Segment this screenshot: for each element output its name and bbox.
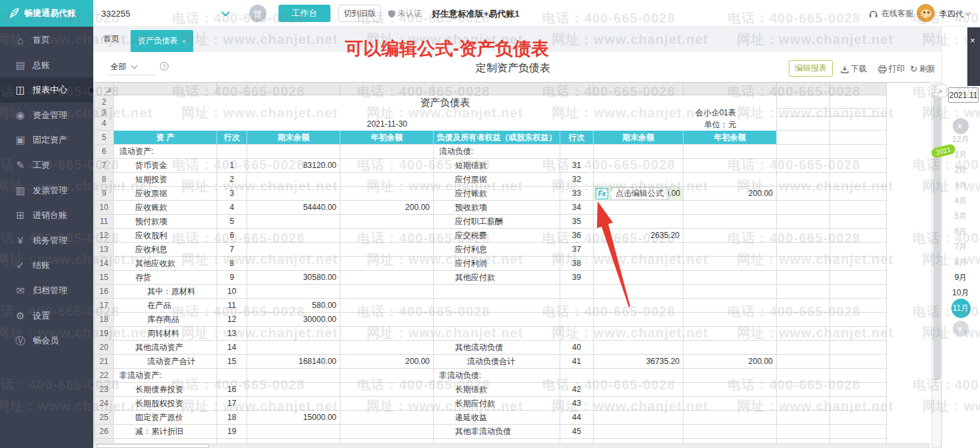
cell-I4[interactable] — [777, 117, 830, 131]
cell-C24[interactable] — [247, 397, 340, 411]
user-menu-chevron-icon[interactable] — [965, 10, 971, 15]
horizontal-scrollbar[interactable] — [94, 443, 930, 448]
cell-H8[interactable] — [684, 173, 777, 187]
cell-G20[interactable] — [594, 341, 684, 355]
row-number-9[interactable]: 9 — [94, 187, 114, 201]
cell-J20[interactable] — [830, 341, 887, 355]
cell-B6[interactable] — [217, 145, 247, 159]
cell-B9[interactable]: 3 — [217, 187, 247, 201]
sidebar-item-7[interactable]: ▥发票管理 — [0, 178, 93, 203]
cell-E19[interactable] — [434, 327, 560, 341]
row-number-25[interactable]: 25 — [94, 411, 114, 425]
cell-G26[interactable] — [594, 425, 684, 439]
cell-A20[interactable]: 其他流动资产 — [114, 341, 217, 355]
online-service-link[interactable]: 在线客服 — [869, 8, 913, 19]
cell-C25[interactable]: 15000.00 — [247, 411, 340, 425]
cell-H20[interactable] — [684, 341, 777, 355]
cell-A23[interactable]: 长期债券投资 — [114, 383, 217, 397]
cell-B16[interactable]: 10 — [217, 285, 247, 299]
cell-J6[interactable] — [830, 145, 887, 159]
cell-G23[interactable] — [594, 383, 684, 397]
cell-E12[interactable]: 应交税费 — [434, 229, 560, 243]
cell-E10[interactable]: 预收款项 — [434, 201, 560, 215]
cell-I19[interactable] — [777, 327, 830, 341]
cell-H14[interactable] — [684, 257, 777, 271]
formula-edit-icon[interactable]: Fx — [596, 188, 608, 199]
cell-B18[interactable]: 12 — [217, 313, 247, 327]
cell-B26[interactable]: 19 — [217, 425, 247, 439]
cell-G9[interactable]: Fx100.00点击编辑公式 — [594, 187, 684, 201]
avatar[interactable] — [917, 4, 935, 22]
cell-I15[interactable] — [777, 271, 830, 285]
cell-I13[interactable] — [777, 243, 830, 257]
cert-status[interactable]: 未认证 — [388, 8, 422, 19]
sidebar-item-8[interactable]: ⊞进销台账 — [0, 203, 93, 228]
tab-close-icon[interactable]: × — [182, 37, 186, 45]
row-number-20[interactable]: 20 — [94, 341, 114, 355]
cell-J22[interactable] — [830, 369, 887, 383]
cell-J17[interactable] — [830, 299, 887, 313]
cell-I16[interactable] — [777, 285, 830, 299]
cell-H15[interactable] — [684, 271, 777, 285]
refresh-button[interactable]: ↻ 刷新 — [910, 63, 935, 75]
cell-C19[interactable] — [247, 327, 340, 341]
cell-F18[interactable] — [560, 313, 594, 327]
cell-F20[interactable]: 40 — [560, 341, 594, 355]
cell-A7[interactable]: 货币资金 — [114, 159, 217, 173]
cell-A21[interactable]: 流动资产合计 — [114, 355, 217, 369]
cell-I5[interactable] — [777, 131, 830, 145]
cell-E25[interactable]: 递延收益 — [434, 411, 560, 425]
column-header-H[interactable] — [684, 83, 777, 95]
cell-I11[interactable] — [777, 215, 830, 229]
cell-J4[interactable] — [830, 117, 887, 131]
cell-D17[interactable] — [340, 299, 434, 313]
cell-A14[interactable]: 其他应收款 — [114, 257, 217, 271]
cell-D14[interactable] — [340, 257, 434, 271]
sidebar-item-6[interactable]: ✎工资 — [0, 153, 93, 178]
cell-G10[interactable] — [594, 201, 684, 215]
cell-E21[interactable]: 流动负债合计 — [434, 355, 560, 369]
cell-E6[interactable]: 流动负债: — [434, 145, 560, 159]
scrollbar-thumb[interactable] — [933, 93, 941, 380]
row-number-4[interactable]: 4 — [94, 117, 114, 131]
download-button[interactable]: 下载 — [841, 63, 867, 75]
cell-C23[interactable] — [247, 383, 340, 397]
cell-J15[interactable] — [830, 271, 887, 285]
select-all-corner[interactable] — [94, 83, 114, 95]
cell-J8[interactable] — [830, 173, 887, 187]
period-input[interactable]: 2021.11 — [948, 87, 979, 103]
cell-I21[interactable] — [777, 355, 830, 369]
cell-B7[interactable]: 1 — [217, 159, 247, 173]
tab-balance-sheet[interactable]: 资产负债表 × — [131, 30, 193, 52]
cell-G18[interactable] — [594, 313, 684, 327]
cell-F22[interactable] — [560, 369, 594, 383]
row-number-11[interactable]: 11 — [94, 215, 114, 229]
cell-F15[interactable]: 39 — [560, 271, 594, 285]
cell-E7[interactable]: 短期借款 — [434, 159, 560, 173]
cell-A17[interactable]: 在产品 — [114, 299, 217, 313]
cell-G13[interactable] — [594, 243, 684, 257]
row-number-26[interactable]: 26 — [94, 425, 114, 439]
cell-D12[interactable] — [340, 229, 434, 243]
cell-G7[interactable] — [594, 159, 684, 173]
cell-A16[interactable]: 其中：原材料 — [114, 285, 217, 299]
cell-F6[interactable] — [560, 145, 594, 159]
cell-C17[interactable]: 580.00 — [247, 299, 340, 313]
column-header-D[interactable] — [340, 83, 434, 95]
cell-D11[interactable] — [340, 215, 434, 229]
cell-H11[interactable] — [684, 215, 777, 229]
cell-J10[interactable] — [830, 201, 887, 215]
cell-G8[interactable] — [594, 173, 684, 187]
cell-E17[interactable] — [434, 299, 560, 313]
cell-D16[interactable] — [340, 285, 434, 299]
cell-A12[interactable]: 应收股利 — [114, 229, 217, 243]
cell-I17[interactable] — [777, 299, 830, 313]
row-number-12[interactable]: 12 — [94, 229, 114, 243]
cell-B13[interactable]: 7 — [217, 243, 247, 257]
sidebar-item-5[interactable]: ▣固定资产 — [0, 127, 93, 153]
cell-I25[interactable] — [777, 411, 830, 425]
cell-J12[interactable] — [830, 229, 887, 243]
row-number-13[interactable]: 13 — [94, 243, 114, 257]
row-number-22[interactable]: 22 — [94, 369, 114, 383]
sidebar-item-9[interactable]: ¥税务管理 — [0, 228, 93, 253]
